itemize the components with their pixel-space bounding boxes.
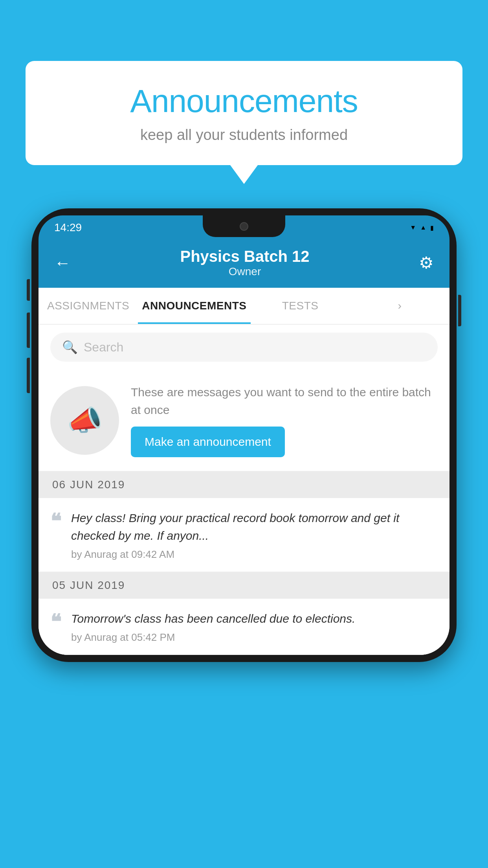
phone-screen: ASSIGNMENTS ANNOUNCEMENTS TESTS › 🔍 Sear…: [39, 288, 449, 655]
promo-content: These are messages you want to send to t…: [131, 383, 438, 457]
batch-title: Physics Batch 12: [71, 248, 419, 265]
search-bar[interactable]: 🔍 Search: [50, 333, 438, 362]
make-announcement-button[interactable]: Make an announcement: [131, 427, 285, 457]
promo-section: 📣 These are messages you want to send to…: [39, 370, 449, 471]
speech-bubble-section: Announcements keep all your students inf…: [26, 61, 462, 165]
announcement-item-1[interactable]: ❝ Hey class! Bring your practical record…: [39, 498, 449, 572]
announcement-meta-1: by Anurag at 09:42 AM: [71, 548, 438, 561]
megaphone-circle: 📣: [50, 386, 119, 455]
search-placeholder: Search: [84, 340, 123, 355]
quote-icon-2: ❝: [50, 612, 61, 632]
date-header-1: 06 JUN 2019: [39, 471, 449, 498]
date-header-2: 05 JUN 2019: [39, 572, 449, 599]
phone-body: 14:29 ▼ ▲ ▮ ← Physics Batch 12 Owner ⚙ A…: [31, 208, 457, 662]
power-button: [458, 295, 461, 326]
camera-dot: [240, 222, 248, 231]
tab-bar: ASSIGNMENTS ANNOUNCEMENTS TESTS ›: [39, 288, 449, 325]
volume-up-button: [27, 313, 30, 348]
announcement-content-2: Tomorrow's class has been cancelled due …: [71, 610, 438, 644]
volume-silent-button: [27, 279, 30, 301]
tab-announcements[interactable]: ANNOUNCEMENTS: [138, 288, 250, 324]
bubble-subtitle: keep all your students informed: [49, 127, 439, 143]
phone-notch: [203, 215, 285, 237]
app-header: ← Physics Batch 12 Owner ⚙: [39, 240, 449, 288]
promo-description: These are messages you want to send to t…: [131, 383, 438, 419]
quote-icon-1: ❝: [50, 511, 61, 531]
batch-role: Owner: [71, 265, 419, 278]
battery-icon: ▮: [430, 224, 434, 232]
back-button[interactable]: ←: [54, 254, 71, 272]
announcement-text-2: Tomorrow's class has been cancelled due …: [71, 610, 438, 627]
search-container: 🔍 Search: [39, 325, 449, 370]
status-time: 14:29: [54, 221, 82, 234]
announcement-text-1: Hey class! Bring your practical record b…: [71, 509, 438, 544]
phone-mockup: 14:29 ▼ ▲ ▮ ← Physics Batch 12 Owner ⚙ A…: [31, 208, 457, 662]
tab-assignments[interactable]: ASSIGNMENTS: [39, 288, 138, 324]
tab-tests[interactable]: TESTS: [251, 288, 350, 324]
volume-down-button: [27, 358, 30, 393]
search-icon: 🔍: [62, 340, 78, 355]
wifi-icon: ▼: [410, 224, 416, 231]
bubble-title: Announcements: [49, 83, 439, 120]
settings-button[interactable]: ⚙: [419, 253, 434, 272]
status-icons: ▼ ▲ ▮: [410, 224, 434, 232]
header-center: Physics Batch 12 Owner: [71, 248, 419, 278]
signal-icon: ▲: [420, 224, 426, 231]
announcement-meta-2: by Anurag at 05:42 PM: [71, 631, 438, 644]
speech-bubble: Announcements keep all your students inf…: [26, 61, 462, 165]
tab-more[interactable]: ›: [350, 288, 449, 324]
megaphone-icon: 📣: [67, 404, 103, 437]
announcement-content-1: Hey class! Bring your practical record b…: [71, 509, 438, 561]
announcement-item-2[interactable]: ❝ Tomorrow's class has been cancelled du…: [39, 599, 449, 655]
